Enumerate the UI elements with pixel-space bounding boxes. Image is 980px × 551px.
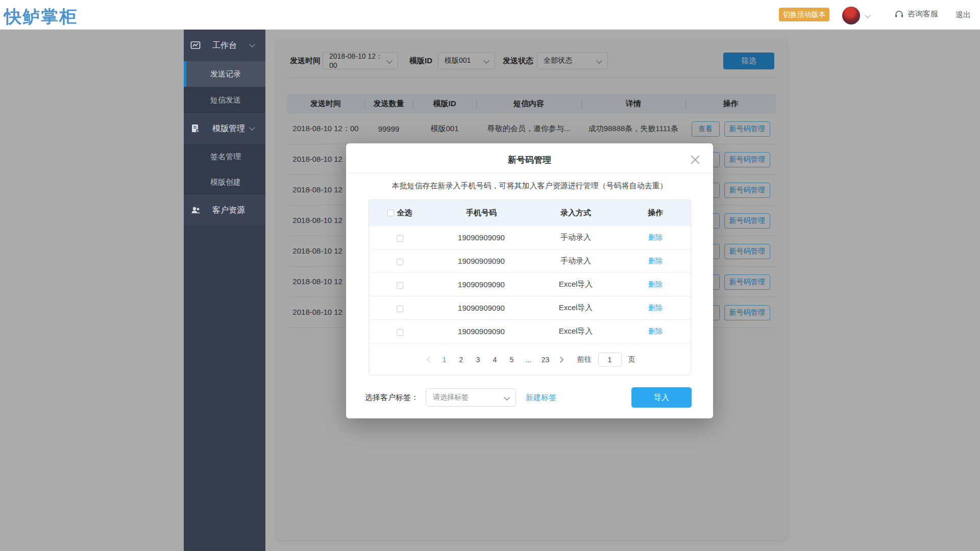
page-number[interactable]: 5: [505, 356, 519, 364]
cell-method: Excel导入: [532, 303, 619, 313]
support-label: 咨询客服: [908, 9, 938, 19]
cell-phone: 19090909090: [430, 257, 532, 265]
top-header-bar: 快鲈掌柜 切换活动版本 咨询客服 退出: [0, 0, 980, 30]
chevron-down-icon[interactable]: [865, 12, 870, 18]
cell-method: 手动录入: [532, 233, 619, 242]
phone-row: 19090909090 手动录入 删除: [369, 249, 691, 272]
goto-label: 前往: [577, 355, 592, 364]
cell-phone: 19090909090: [430, 304, 532, 312]
cell-phone: 19090909090: [430, 233, 532, 242]
phone-row: 19090909090 Excel导入 删除: [369, 296, 691, 319]
new-number-modal: 新号码管理 本批短信存在新录入手机号码，可将其加入客户资源进行管理（号码将自动去…: [346, 143, 713, 418]
prev-page-icon[interactable]: [427, 357, 432, 362]
page-number[interactable]: 3: [471, 356, 485, 364]
cell-phone: 19090909090: [430, 327, 532, 336]
tag-select-label: 选择客户标签：: [365, 393, 419, 403]
sidebar-item-label: 客户资源: [212, 205, 245, 216]
sidebar-item-label: 发送记录: [210, 69, 241, 79]
row-checkbox[interactable]: [397, 329, 403, 336]
support-menu[interactable]: 咨询客服: [894, 9, 938, 19]
phone-table-header: 全选 手机号码 录入方式 操作: [369, 200, 691, 226]
sidebar-item-template-create[interactable]: 模版创建: [184, 169, 265, 195]
phone-row: 19090909090 Excel导入 删除: [369, 319, 691, 343]
dashboard-icon: [190, 40, 201, 51]
row-checkbox[interactable]: [397, 282, 403, 289]
cell-phone: 19090909090: [430, 280, 532, 289]
phone-table: 全选 手机号码 录入方式 操作 19090909090 手动录入 删除 1909…: [369, 199, 691, 375]
sidebar-item-send-records[interactable]: 发送记录: [184, 61, 265, 87]
app-logo: 快鲈掌柜: [4, 5, 78, 29]
phone-row: 19090909090 Excel导入 删除: [369, 272, 691, 296]
sidebar-item-signature-mgmt[interactable]: 签名管理: [184, 144, 265, 169]
select-all-label: 全选: [397, 208, 412, 218]
logout-button[interactable]: 退出: [955, 10, 971, 20]
customers-icon: [190, 205, 201, 215]
cell-method: Excel导入: [532, 280, 619, 289]
sidebar-item-label: 短信发送: [210, 95, 241, 105]
page-number[interactable]: 2: [454, 356, 469, 364]
sidebar-item-template-mgmt[interactable]: 模版管理: [184, 113, 265, 144]
modal-header: 新号码管理: [346, 143, 713, 173]
tag-select[interactable]: 请选择标签: [426, 388, 516, 407]
column-header-phone: 手机号码: [430, 208, 532, 218]
column-header-action: 操作: [619, 208, 691, 218]
chevron-down-icon: [249, 124, 255, 130]
modal-description: 本批短信存在新录入手机号码，可将其加入客户资源进行管理（号码将自动去重）: [346, 181, 713, 191]
cell-method: 手动录入: [532, 256, 619, 266]
page-suffix-label: 页: [628, 355, 635, 364]
cell-method: Excel导入: [532, 327, 619, 336]
delete-link[interactable]: 删除: [648, 280, 663, 288]
phone-row: 19090909090 手动录入 删除: [369, 226, 691, 249]
sidebar-item-label: 模版管理: [212, 123, 245, 134]
sidebar-item-label: 签名管理: [210, 152, 241, 162]
row-checkbox[interactable]: [397, 235, 403, 242]
switch-version-button[interactable]: 切换活动版本: [779, 8, 829, 21]
sidebar-item-workbench[interactable]: 工作台: [184, 30, 265, 61]
page-number[interactable]: 23: [538, 356, 553, 364]
select-all-checkbox[interactable]: [387, 210, 394, 216]
next-page-icon[interactable]: [557, 357, 563, 362]
row-checkbox[interactable]: [397, 259, 403, 265]
close-icon[interactable]: [691, 155, 700, 164]
delete-link[interactable]: 删除: [648, 257, 663, 265]
page-number[interactable]: 4: [488, 356, 502, 364]
delete-link[interactable]: 删除: [648, 327, 663, 335]
tag-select-placeholder: 请选择标签: [433, 393, 469, 402]
template-icon: [190, 123, 201, 134]
avatar[interactable]: [842, 7, 860, 24]
page-ellipsis[interactable]: ...: [522, 356, 536, 364]
row-checkbox[interactable]: [397, 306, 403, 312]
page-number[interactable]: 1: [437, 356, 452, 364]
pagination: 1 2 3 4 5 ... 23 前往 页: [369, 343, 691, 375]
modal-title: 新号码管理: [346, 154, 713, 166]
headset-icon: [894, 9, 904, 19]
import-button[interactable]: 导入: [631, 387, 692, 408]
delete-link[interactable]: 删除: [648, 233, 663, 241]
chevron-down-icon: [504, 394, 509, 400]
sidebar: 工作台 发送记录 短信发送 模版管理 签名管理 模版创建 客户资源: [184, 30, 265, 551]
sidebar-item-sms-send[interactable]: 短信发送: [184, 87, 265, 113]
sidebar-item-label: 工作台: [212, 40, 237, 51]
sidebar-item-label: 模版创建: [210, 178, 241, 187]
new-tag-link[interactable]: 新建标签: [526, 393, 556, 403]
modal-footer: 选择客户标签： 请选择标签 新建标签 导入: [346, 384, 713, 413]
sidebar-item-customer-resources[interactable]: 客户资源: [184, 195, 265, 226]
goto-page-input[interactable]: [598, 353, 622, 367]
delete-link[interactable]: 删除: [648, 304, 663, 312]
column-header-method: 录入方式: [532, 208, 619, 218]
chevron-down-icon: [249, 41, 255, 47]
